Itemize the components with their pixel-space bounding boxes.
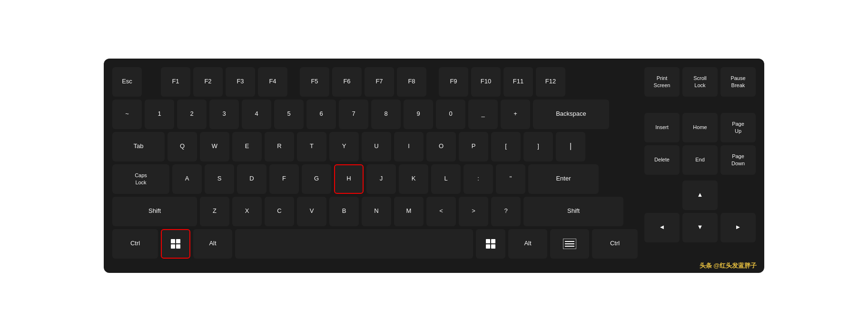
key-r[interactable]: R (265, 132, 294, 161)
key-d[interactable]: D (237, 164, 266, 194)
windows-logo-icon (171, 239, 180, 249)
key-shift-right[interactable]: Shift (523, 197, 623, 226)
key-printscreen[interactable]: PrintScreen (644, 67, 680, 97)
key-alt-left[interactable]: Alt (193, 229, 232, 259)
key-f10[interactable]: F10 (471, 67, 501, 97)
key-delete[interactable]: Delete (644, 145, 680, 175)
shift-row: Shift Z X C V B N M < > ? Shift (112, 197, 638, 226)
key-q[interactable]: Q (168, 132, 197, 161)
key-space[interactable] (235, 229, 473, 259)
key-lbracket[interactable]: [ (491, 132, 521, 161)
key-enter[interactable]: Enter (528, 164, 599, 194)
key-tab[interactable]: Tab (112, 132, 165, 161)
key-f11[interactable]: F11 (503, 67, 533, 97)
key-1[interactable]: 1 (145, 100, 174, 129)
key-w[interactable]: W (200, 132, 229, 161)
key-3[interactable]: 3 (209, 100, 239, 129)
key-arrow-down[interactable]: ▼ (682, 213, 718, 242)
key-u[interactable]: U (362, 132, 391, 161)
key-arrow-left[interactable]: ◄ (644, 213, 680, 242)
key-capslock[interactable]: CapsLock (112, 164, 169, 194)
key-z[interactable]: Z (200, 197, 229, 226)
nav-row-1: Insert Home PageUp (644, 113, 756, 142)
nav-cluster: Insert Home PageUp Delete End PageDown (644, 113, 756, 175)
key-c[interactable]: C (265, 197, 294, 226)
arrow-bottom-row: ◄ ▼ ► (644, 213, 756, 242)
key-pausebreak[interactable]: PauseBreak (720, 67, 756, 97)
key-gt[interactable]: > (459, 197, 488, 226)
key-i[interactable]: I (394, 132, 424, 161)
key-shift-left[interactable]: Shift (112, 197, 197, 226)
key-y[interactable]: Y (329, 132, 359, 161)
key-h[interactable]: H (334, 164, 364, 194)
key-f12[interactable]: F12 (536, 67, 565, 97)
home-row: CapsLock A S D F G H J K L : " Enter (112, 164, 638, 194)
key-f9[interactable]: F9 (439, 67, 468, 97)
key-f2[interactable]: F2 (193, 67, 223, 97)
key-alt-right[interactable]: Alt (508, 229, 547, 259)
right-clusters: PrintScreen ScrollLock PauseBreak Insert… (644, 67, 756, 242)
key-arrow-up[interactable]: ▲ (682, 181, 718, 210)
key-g[interactable]: G (302, 164, 331, 194)
key-f7[interactable]: F7 (365, 67, 394, 97)
key-s[interactable]: S (205, 164, 234, 194)
key-rbracket[interactable]: ] (523, 132, 553, 161)
key-f3[interactable]: F3 (226, 67, 255, 97)
key-a[interactable]: A (172, 164, 202, 194)
key-t[interactable]: T (297, 132, 326, 161)
key-p[interactable]: P (459, 132, 488, 161)
windows-logo-right-icon (486, 239, 495, 249)
key-f6[interactable]: F6 (332, 67, 362, 97)
key-b[interactable]: B (329, 197, 359, 226)
key-k[interactable]: K (399, 164, 428, 194)
key-j[interactable]: J (366, 164, 396, 194)
key-scrolllock[interactable]: ScrollLock (682, 67, 718, 97)
key-arrow-right[interactable]: ► (720, 213, 756, 242)
key-2[interactable]: 2 (177, 100, 207, 129)
key-7[interactable]: 7 (339, 100, 368, 129)
key-ctrl-right[interactable]: Ctrl (592, 229, 638, 259)
key-f1[interactable]: F1 (161, 67, 190, 97)
key-l[interactable]: L (431, 164, 461, 194)
menu-icon (563, 239, 576, 249)
key-backspace[interactable]: Backspace (533, 100, 609, 129)
key-n[interactable]: N (362, 197, 391, 226)
key-5[interactable]: 5 (274, 100, 304, 129)
key-quote[interactable]: " (496, 164, 525, 194)
key-end[interactable]: End (682, 145, 718, 175)
key-plus[interactable]: + (501, 100, 530, 129)
key-v[interactable]: V (297, 197, 326, 226)
arrow-top-row: ▲ (644, 181, 756, 210)
key-f8[interactable]: F8 (397, 67, 426, 97)
key-0[interactable]: 0 (436, 100, 465, 129)
key-o[interactable]: O (426, 132, 456, 161)
key-8[interactable]: 8 (371, 100, 401, 129)
arrow-cluster: ▲ ◄ ▼ ► (644, 181, 756, 242)
key-x[interactable]: X (232, 197, 262, 226)
key-e[interactable]: E (232, 132, 262, 161)
key-ctrl-left[interactable]: Ctrl (112, 229, 158, 259)
key-6[interactable]: 6 (306, 100, 336, 129)
key-f4[interactable]: F4 (258, 67, 287, 97)
key-pagedown[interactable]: PageDown (720, 145, 756, 175)
key-esc[interactable]: Esc (112, 67, 142, 97)
key-semicolon[interactable]: : (464, 164, 493, 194)
key-question[interactable]: ? (491, 197, 521, 226)
key-4[interactable]: 4 (242, 100, 271, 129)
key-minus[interactable]: _ (468, 100, 498, 129)
key-tilde[interactable]: ~ (112, 100, 142, 129)
key-menu[interactable] (550, 229, 589, 259)
key-backslash[interactable]: | (556, 132, 585, 161)
keyboard: Esc F1 F2 F3 F4 F5 F6 F7 F8 F9 F10 F11 F… (104, 59, 764, 273)
key-home[interactable]: Home (682, 113, 718, 142)
key-win-right[interactable] (476, 229, 505, 259)
key-win-left[interactable] (161, 229, 190, 259)
key-pageup[interactable]: PageUp (720, 113, 756, 142)
key-f[interactable]: F (269, 164, 299, 194)
key-f5[interactable]: F5 (300, 67, 329, 97)
key-m[interactable]: M (394, 197, 424, 226)
key-insert[interactable]: Insert (644, 113, 680, 142)
qwerty-row: Tab Q W E R T Y U I O P [ ] | (112, 132, 638, 161)
key-lt[interactable]: < (426, 197, 456, 226)
key-9[interactable]: 9 (404, 100, 433, 129)
